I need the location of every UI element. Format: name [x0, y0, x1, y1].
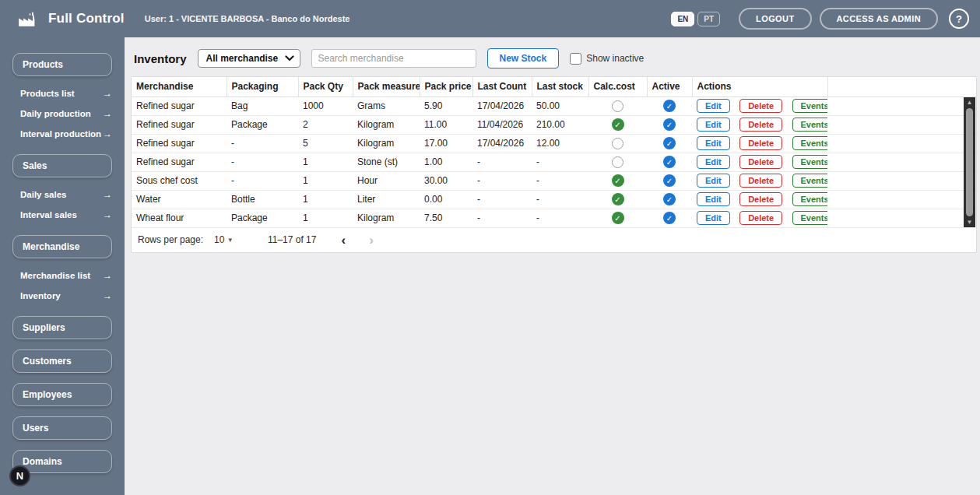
- rows-per-page-select[interactable]: 10 ▾: [214, 234, 232, 245]
- table-header: MerchandisePackagingPack QtyPack measure…: [132, 77, 976, 97]
- cell-actions: Edit Delete Events: [692, 171, 827, 190]
- active-checked-icon[interactable]: ✓: [663, 174, 676, 187]
- pagination-bar: Rows per page: 10 ▾ 11–17 of 17 ‹ ›: [132, 228, 976, 252]
- cell-pack-measure: Hour: [353, 171, 420, 190]
- delete-button[interactable]: Delete: [739, 99, 782, 113]
- sidebar-item-label: Daily production: [20, 109, 91, 118]
- cell-empty: [827, 153, 976, 171]
- active-checked-icon[interactable]: ✓: [663, 156, 676, 168]
- active-checked-icon[interactable]: ✓: [663, 137, 676, 149]
- cell-merchandise: Refined sugar: [132, 115, 227, 134]
- active-checked-icon[interactable]: ✓: [663, 100, 676, 112]
- rows-per-page-label: Rows per page:: [138, 234, 203, 245]
- column-header-actions: Actions: [692, 77, 827, 97]
- events-button[interactable]: Events: [792, 136, 828, 150]
- merchandise-filter-select[interactable]: All merchandise: [198, 49, 300, 68]
- cell-calc-cost: ✓: [588, 171, 647, 190]
- cell-last-count: 17/04/2026: [472, 134, 532, 153]
- lang-pt-button[interactable]: PT: [697, 12, 720, 26]
- access-as-admin-button[interactable]: ACCESS AS ADMIN: [820, 8, 938, 30]
- cell-actions: Edit Delete Events: [692, 153, 827, 171]
- delete-button[interactable]: Delete: [739, 155, 782, 169]
- events-button[interactable]: Events: [792, 155, 828, 169]
- sidebar-item-daily-production[interactable]: Daily production →: [0, 104, 125, 124]
- edit-button[interactable]: Edit: [697, 118, 730, 132]
- sidebar-section-sales[interactable]: Sales: [12, 154, 112, 177]
- cell-pack-qty: 1: [298, 171, 353, 190]
- delete-button[interactable]: Delete: [739, 174, 782, 188]
- cell-active: ✓: [647, 97, 692, 115]
- delete-button[interactable]: Delete: [739, 192, 782, 206]
- help-icon[interactable]: ?: [949, 9, 969, 29]
- edit-button[interactable]: Edit: [697, 192, 730, 206]
- edit-button[interactable]: Edit: [697, 99, 730, 113]
- active-checked-icon[interactable]: ✓: [663, 193, 676, 205]
- sidebar-section-label: Employees: [23, 389, 72, 400]
- calc-cost-checked-icon[interactable]: ✓: [612, 118, 624, 131]
- sidebar-section-customers[interactable]: Customers: [12, 349, 112, 373]
- sidebar-item-interval-production[interactable]: Interval production →: [0, 124, 125, 144]
- events-button[interactable]: Events: [792, 99, 828, 113]
- cell-last-stock: -: [532, 209, 588, 227]
- cell-actions: Edit Delete Events: [692, 97, 827, 115]
- calc-cost-checked-icon[interactable]: ✓: [612, 193, 624, 205]
- sidebar-section-suppliers[interactable]: Suppliers: [12, 316, 112, 339]
- sidebar-section-products[interactable]: Products: [12, 53, 112, 76]
- sidebar: Products Products list → Daily productio…: [0, 37, 125, 495]
- sidebar-section-users[interactable]: Users: [12, 416, 112, 440]
- sidebar-item-label: Inventory: [20, 291, 61, 300]
- cell-packaging: Bag: [227, 97, 298, 115]
- edit-button[interactable]: Edit: [697, 174, 730, 188]
- scrollbar-down-icon[interactable]: ▼: [964, 217, 975, 227]
- previous-page-button[interactable]: ‹: [338, 233, 349, 247]
- calc-cost-unchecked-icon[interactable]: [612, 138, 623, 149]
- edit-button[interactable]: Edit: [697, 155, 730, 169]
- events-button[interactable]: Events: [792, 118, 828, 132]
- sidebar-item-label: Merchandise list: [20, 271, 90, 280]
- lang-en-button[interactable]: EN: [671, 12, 694, 26]
- sidebar-item-products-list[interactable]: Products list →: [0, 83, 125, 104]
- edit-button[interactable]: Edit: [697, 136, 730, 150]
- column-header-pack-price: Pack price: [420, 77, 472, 97]
- column-header-last-count: Last Count: [472, 77, 532, 97]
- delete-button[interactable]: Delete: [739, 211, 782, 225]
- active-checked-icon[interactable]: ✓: [663, 212, 676, 224]
- merchandise-filter-wrap: All merchandise: [198, 49, 300, 68]
- cell-calc-cost: [588, 134, 647, 153]
- sidebar-item-interval-sales[interactable]: Interval sales →: [0, 205, 125, 225]
- calc-cost-unchecked-icon[interactable]: [612, 100, 623, 112]
- arrow-right-icon: →: [103, 189, 112, 200]
- new-stock-button[interactable]: New Stock: [487, 48, 560, 68]
- cell-active: ✓: [647, 153, 692, 171]
- sidebar-item-merchandise-list[interactable]: Merchandise list →: [0, 265, 125, 286]
- edit-button[interactable]: Edit: [697, 211, 730, 225]
- delete-button[interactable]: Delete: [739, 118, 782, 132]
- sidebar-item-inventory[interactable]: Inventory →: [0, 286, 125, 306]
- sidebar-section-employees[interactable]: Employees: [12, 383, 112, 406]
- cell-active: ✓: [647, 134, 692, 153]
- events-button[interactable]: Events: [792, 192, 828, 206]
- table-scrollbar[interactable]: ▲ ▼: [964, 97, 975, 227]
- show-inactive-checkbox[interactable]: [570, 53, 581, 65]
- scrollbar-up-icon[interactable]: ▲: [964, 97, 975, 107]
- calc-cost-unchecked-icon[interactable]: [612, 156, 623, 168]
- calc-cost-checked-icon[interactable]: ✓: [612, 212, 624, 224]
- active-checked-icon[interactable]: ✓: [663, 118, 676, 131]
- scrollbar-thumb[interactable]: [966, 108, 973, 216]
- events-button[interactable]: Events: [792, 174, 828, 188]
- cell-last-count: -: [472, 153, 532, 171]
- logout-button[interactable]: LOGOUT: [739, 8, 811, 30]
- cell-last-stock: -: [532, 153, 588, 171]
- events-button[interactable]: Events: [792, 211, 828, 225]
- cell-pack-qty: 1000: [298, 97, 353, 115]
- cell-last-stock: 50.00: [532, 97, 588, 115]
- app-title: Full Control: [48, 11, 125, 26]
- search-input[interactable]: [311, 49, 476, 68]
- delete-button[interactable]: Delete: [739, 136, 782, 150]
- calc-cost-checked-icon[interactable]: ✓: [612, 174, 624, 187]
- sidebar-item-daily-sales[interactable]: Daily sales →: [0, 184, 125, 205]
- cell-pack-price: 1.00: [420, 153, 472, 171]
- rows-per-page-caret-icon: ▾: [228, 236, 232, 244]
- sidebar-section-merchandise[interactable]: Merchandise: [12, 235, 112, 258]
- dev-tools-badge[interactable]: N: [9, 465, 30, 486]
